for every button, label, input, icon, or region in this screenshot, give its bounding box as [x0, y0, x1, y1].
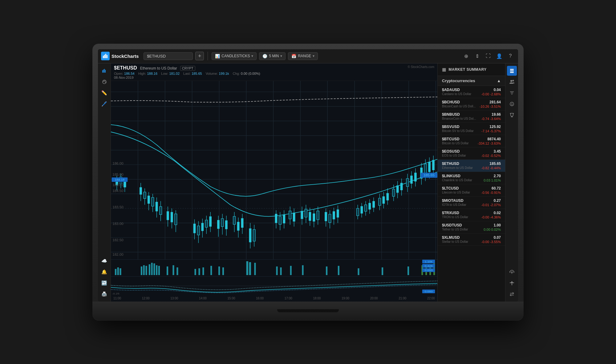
people-icon[interactable] — [507, 77, 517, 87]
crypto-desc-trx: TRON to US Dollar — [442, 215, 480, 219]
svg-rect-78 — [233, 216, 236, 224]
svg-rect-183 — [222, 267, 224, 275]
crypto-item-eos[interactable]: $EOSUSD 3.45 EOS to US Dollar -0.02 -0.5… — [438, 147, 505, 160]
svg-rect-134 — [396, 185, 399, 193]
svg-rect-92 — [283, 214, 285, 223]
range-button[interactable]: 📅 RANGE ▾ — [288, 52, 318, 60]
svg-rect-122 — [368, 203, 371, 209]
crypto-price-eos: 3.45 — [481, 149, 501, 154]
svg-rect-0 — [103, 56, 104, 58]
chart-svg: 185.65 186.00 184.18 184.02 185.00 184.5… — [111, 81, 437, 259]
svg-rect-56 — [167, 211, 169, 220]
logo-text: StockCharts — [111, 54, 139, 59]
svg-rect-181 — [210, 266, 212, 275]
crypto-item-usdt[interactable]: $USDTUSD 1.00 Tether to US Dollar 0.00 0… — [438, 221, 505, 234]
crypto-section-header[interactable]: Cryptocurrencies ▲ — [438, 76, 505, 86]
crypto-change-link: 0.03 1.01% — [484, 178, 501, 182]
crypto-item-btc[interactable]: $BTCUSD 8874.40 Bitcoin to US Dollar -33… — [438, 135, 505, 147]
print-icon[interactable]: 🖨️ — [99, 289, 109, 299]
svg-rect-112 — [333, 211, 335, 219]
laptop-frame: StockCharts + 📊 CANDLESTICKS ▾ 🕐 5 MIN ▾… — [92, 44, 524, 321]
svg-rect-142 — [414, 173, 417, 181]
svg-text:183.00: 183.00 — [112, 222, 124, 225]
svg-rect-74 — [221, 218, 224, 226]
svg-rect-102 — [309, 212, 311, 221]
svg-point-214 — [510, 80, 512, 82]
upload-icon[interactable]: ☁️ — [99, 256, 109, 266]
crypto-change-eos: -0.02 -0.52% — [481, 154, 501, 158]
compare-button[interactable]: ⇕ — [472, 51, 482, 61]
svg-rect-168 — [143, 265, 145, 275]
market-summary-header: ▦ MARKET SUMMARY — [438, 63, 505, 76]
crypto-price-ltc: 60.72 — [481, 186, 501, 190]
crypto-item-ada[interactable]: $ADAUSD 0.04 Cardano to US Dollar -0.00 … — [438, 86, 505, 98]
user-button[interactable]: 👤 — [495, 51, 504, 61]
crypto-item-ltc[interactable]: $LTCUSD 60.72 Litecoin to US Dollar -0.5… — [438, 184, 505, 197]
undo-icon[interactable]: ↩️ — [99, 278, 109, 288]
svg-text:0.426: 0.426 — [425, 265, 433, 267]
crypto-item-trx[interactable]: $TRXUSD 0.02 TRON to US Dollar -0.00 -4.… — [438, 209, 505, 221]
logo-icon — [101, 52, 110, 60]
svg-rect-166 — [120, 268, 121, 275]
cloud-upload-icon[interactable] — [507, 267, 517, 277]
fullscreen-button[interactable]: ⛶ — [484, 51, 493, 61]
crypto-price-usdt: 1.00 — [484, 223, 501, 227]
crypto-list: $ADAUSD 0.04 Cardano to US Dollar -0.00 … — [438, 86, 505, 302]
crosshair-button[interactable]: ⊕ — [461, 51, 471, 61]
crypto-item-eth[interactable]: $ETHUSD 185.65 Ethereum to US Dollar -0.… — [438, 160, 505, 172]
svg-rect-130 — [387, 193, 389, 200]
draw-icon[interactable]: ✏️ — [99, 88, 109, 98]
crypto-item-bsv[interactable]: $BSVUSD 125.92 Bitcoin SV to US Dollar -… — [438, 123, 505, 135]
add-symbol-button[interactable]: + — [195, 52, 204, 60]
svg-rect-5 — [103, 70, 104, 73]
svg-rect-170 — [149, 264, 150, 275]
chart-canvas-wrapper[interactable]: 185.65 186.00 184.18 184.02 185.00 184.5… — [111, 81, 437, 259]
crypto-price-miota: 0.27 — [481, 198, 501, 203]
svg-rect-191 — [326, 266, 327, 275]
main-content: ✏️ 🖊️ ☁️ 🔔 ↩️ 🖨️ $ETHUSD Ethereum to US … — [98, 63, 518, 302]
crypto-section-label: Cryptocurrencies — [442, 78, 475, 83]
crypto-price-ada: 0.04 — [481, 88, 501, 92]
palette-icon[interactable] — [99, 77, 109, 87]
panel-active-icon[interactable] — [507, 66, 517, 76]
notification-icon[interactable]: 🔔 — [99, 267, 109, 277]
crypto-change-bnb: -0.74 -3.64% — [481, 117, 501, 121]
divider — [208, 52, 208, 60]
timeframe-button[interactable]: 🕐 5 MIN ▾ — [259, 52, 286, 60]
exchange-icon[interactable] — [507, 289, 517, 299]
crypto-item-miota[interactable]: $MIOTAUSD 0.27 IOTA to US Dollar -0.01 -… — [438, 197, 505, 209]
crypto-price-bnb: 19.66 — [481, 112, 501, 117]
help-button[interactable]: ? — [506, 51, 515, 61]
svg-rect-194 — [382, 267, 383, 275]
crypto-symbol-bsv: $BSVUSD — [442, 125, 480, 129]
chart-type-icon[interactable] — [99, 66, 109, 76]
chart-date: 08-Nov-2019 — [114, 76, 434, 79]
svg-rect-12 — [111, 81, 437, 259]
svg-rect-169 — [145, 266, 147, 275]
coin-icon[interactable]: $ — [507, 99, 517, 109]
pencil-icon[interactable]: 🖊️ — [99, 99, 109, 109]
svg-rect-110 — [329, 214, 331, 222]
crypto-item-bnb[interactable]: $BNBUSD 19.66 BinanceCoin to US Dol... -… — [438, 110, 505, 123]
crypto-item-xlm[interactable]: $XLMUSD 0.07 Stellar to US Dollar -0.00 … — [438, 234, 505, 246]
crypto-desc-miota: IOTA to US Dollar — [442, 203, 480, 207]
symbol-input[interactable] — [144, 52, 193, 60]
filter-icon[interactable] — [507, 88, 517, 98]
crypto-item-link[interactable]: $LINKUSD 2.70 Chainlink to US Dollar 0.0… — [438, 172, 505, 184]
svg-rect-174 — [158, 266, 160, 275]
chart-type-badge: CRYPT — [180, 66, 195, 71]
crypto-symbol-btc: $BTCUSD — [442, 137, 476, 141]
svg-rect-106 — [317, 211, 319, 219]
crypto-item-bch[interactable]: $BCHUSD 281.64 BitcoinCash to US Doll...… — [438, 98, 505, 110]
trophy-icon[interactable] — [507, 110, 517, 120]
pin-icon[interactable] — [507, 278, 517, 288]
svg-rect-80 — [237, 222, 240, 230]
svg-rect-98 — [301, 211, 303, 219]
svg-text:185.00: 185.00 — [112, 173, 124, 176]
svg-rect-190 — [302, 265, 303, 275]
crypto-price-bsv: 125.92 — [481, 125, 501, 129]
candlesticks-button[interactable]: 📊 CANDLESTICKS ▾ — [212, 52, 257, 60]
svg-text:184.50: 184.50 — [112, 189, 124, 192]
crypto-change-btc: -334.12 -3.63% — [478, 142, 501, 145]
svg-rect-132 — [392, 189, 395, 196]
